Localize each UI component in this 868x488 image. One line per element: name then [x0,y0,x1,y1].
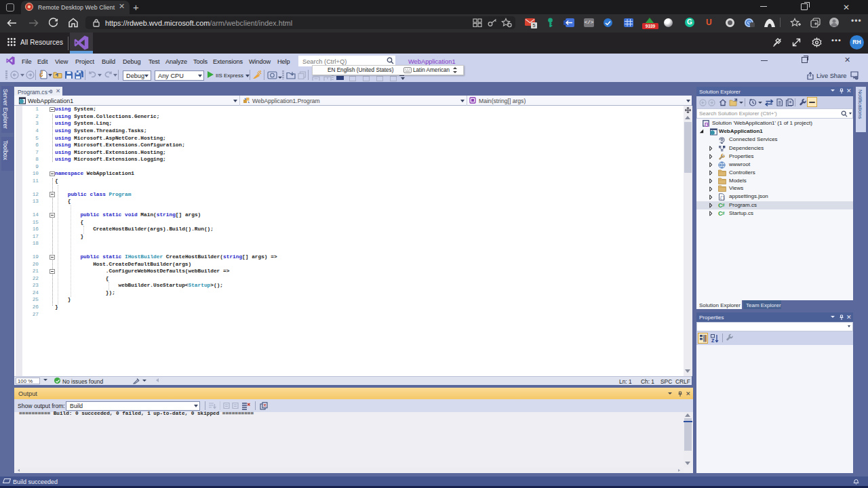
svg-text:Z: Z [711,338,715,342]
svg-text:{}: {} [719,196,725,201]
